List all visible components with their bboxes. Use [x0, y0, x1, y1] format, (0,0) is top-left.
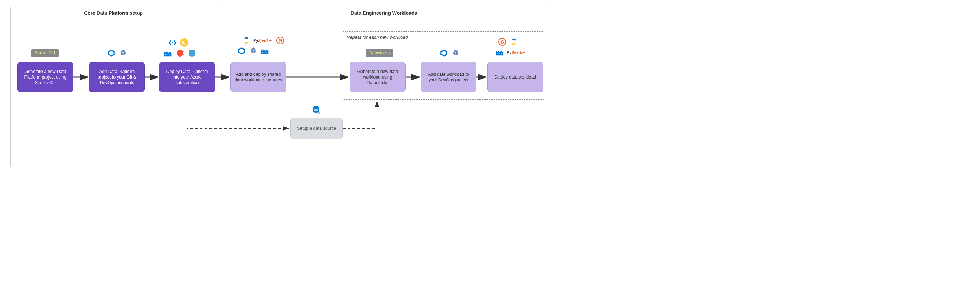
arrows: [7, 7, 551, 171]
diagram-canvas: Core Data Platform setup Data Engineerin…: [7, 7, 551, 171]
